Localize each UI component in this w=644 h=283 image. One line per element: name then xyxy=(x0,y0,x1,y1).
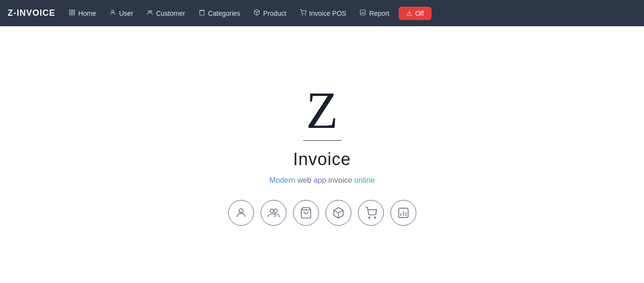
report-nav-icon xyxy=(359,9,366,17)
user-nav-icon xyxy=(109,9,116,17)
hero-letter: Z xyxy=(306,84,338,136)
home-icon xyxy=(69,9,75,17)
hero-subtitle: Modern web app invoice online xyxy=(269,176,375,185)
svg-rect-2 xyxy=(70,13,72,15)
feature-user-icon[interactable] xyxy=(228,200,254,226)
categories-nav-icon xyxy=(199,9,205,17)
off-button[interactable]: ⚠ Off xyxy=(399,7,431,20)
feature-cart-icon[interactable] xyxy=(358,200,384,226)
feature-box-icon[interactable] xyxy=(326,200,351,226)
main-nav: Z-INVOICE Home User Customer xyxy=(0,0,644,26)
svg-rect-1 xyxy=(73,10,74,12)
nav-report[interactable]: Report xyxy=(354,6,395,20)
svg-point-14 xyxy=(239,209,243,213)
svg-point-19 xyxy=(369,217,370,218)
nav-customer[interactable]: Customer xyxy=(141,6,191,20)
product-nav-icon xyxy=(253,9,260,17)
off-icon: ⚠ xyxy=(406,10,412,17)
svg-point-20 xyxy=(374,217,376,218)
hero-title: Invoice xyxy=(293,149,351,169)
svg-point-5 xyxy=(148,10,150,12)
invoice-pos-nav-icon xyxy=(300,9,306,17)
svg-rect-3 xyxy=(73,13,74,15)
brand-logo: Z-INVOICE xyxy=(8,8,55,18)
feature-icons xyxy=(228,200,416,226)
svg-rect-0 xyxy=(70,10,72,12)
feature-users-icon[interactable] xyxy=(261,200,286,226)
nav-home[interactable]: Home xyxy=(63,6,102,20)
nav-product[interactable]: Product xyxy=(248,6,292,20)
svg-point-8 xyxy=(302,15,302,15)
svg-point-15 xyxy=(270,209,274,212)
hero-underline xyxy=(303,140,341,141)
main-content: Z Invoice Modern web app invoice online xyxy=(0,26,644,283)
svg-point-6 xyxy=(150,10,152,12)
svg-point-4 xyxy=(112,10,114,12)
feature-bag-icon[interactable] xyxy=(293,200,319,226)
nav-categories[interactable]: Categories xyxy=(193,6,246,20)
svg-point-16 xyxy=(274,209,277,212)
customer-nav-icon xyxy=(147,9,153,17)
nav-invoice-pos[interactable]: Invoice POS xyxy=(294,6,352,20)
nav-user[interactable]: User xyxy=(104,6,139,20)
feature-chart-icon[interactable] xyxy=(391,200,416,226)
svg-point-9 xyxy=(305,15,306,15)
